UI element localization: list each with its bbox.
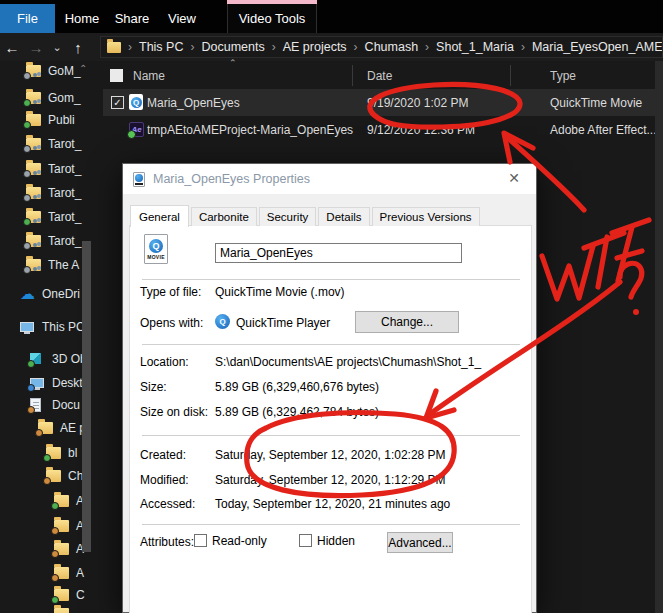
column-header-name[interactable]: Name — [133, 69, 165, 83]
sidebar-item-tarot2[interactable]: Tarot_ — [0, 159, 96, 178]
quicktime-player-icon: Q — [215, 314, 230, 329]
folder-icon — [46, 446, 62, 460]
change-button[interactable]: Change... — [355, 311, 459, 333]
file-date: 9/19/2020 1:02 PM — [367, 96, 468, 110]
history-dropdown-icon[interactable]: ⌄ — [48, 41, 66, 54]
folder-icon — [46, 469, 62, 483]
3d-objects-cube-icon — [30, 352, 46, 366]
shared-folder-icon — [26, 234, 42, 248]
shared-folder-icon — [26, 210, 42, 224]
dialog-title-bar[interactable]: Maria_OpenEyes Properties ✕ — [123, 164, 536, 194]
opens-with-value: QuickTime Player — [236, 316, 330, 330]
type-of-file-label: Type of file: — [140, 285, 201, 299]
file-list-scrollbar[interactable] — [655, 61, 663, 613]
breadcrumb-separator-icon: › — [128, 40, 132, 54]
sidebar-item-tarot1[interactable]: Tarot_ — [0, 134, 96, 153]
back-icon[interactable]: ← — [0, 39, 24, 56]
folder-icon — [54, 566, 70, 580]
tab-video-tools[interactable]: Video Tools — [227, 4, 317, 33]
folder-icon — [54, 519, 70, 533]
accessed-value: Today, September 12, 2020, 21 minutes ag… — [215, 497, 450, 511]
column-header-date[interactable]: Date — [367, 69, 392, 83]
file-row-tmp-ae-project[interactable]: Ae tmpAEtoAMEProject-Maria_OpenEyes 9/12… — [103, 116, 663, 143]
modified-value: Saturday, September 12, 2020, 1:12:29 PM — [215, 473, 446, 487]
documents-icon — [30, 398, 46, 412]
divider — [142, 524, 520, 525]
file-date: 9/12/2020 12:36 PM — [367, 123, 475, 137]
sidebar-item-a4[interactable]: A — [0, 563, 96, 582]
desktop-monitor-icon — [30, 376, 46, 390]
dialog-tab-strip: General Carbonite Security Details Previ… — [130, 205, 482, 226]
shared-folder-icon — [26, 162, 42, 176]
tab-file[interactable]: File — [0, 4, 55, 33]
folder-icon — [107, 42, 121, 53]
ribbon-tab-bar: File Home Share View Video Tools — [0, 0, 663, 33]
breadcrumb-separator-icon: › — [425, 40, 429, 54]
tab-general[interactable]: General — [130, 205, 189, 227]
breadcrumb-separator-icon: › — [354, 40, 358, 54]
sidebar-item-public[interactable]: Publi — [0, 110, 96, 129]
breadcrumb-separator-icon: › — [272, 40, 276, 54]
onedrive-cloud-icon: ☁ — [20, 287, 36, 301]
accessed-label: Accessed: — [140, 497, 195, 511]
hidden-checkbox[interactable] — [299, 534, 312, 547]
file-row-maria-openeyes[interactable]: ✓ Q Maria_OpenEyes 9/19/2020 1:02 PM Qui… — [103, 89, 663, 116]
tab-previous-versions[interactable]: Previous Versions — [372, 207, 480, 226]
location-value: S:\dan\Documents\AE projects\Chumash\Sho… — [215, 355, 481, 369]
shared-folder-icon — [26, 64, 42, 78]
breadcrumb-this-pc[interactable]: This PC — [139, 40, 183, 54]
folder-icon — [54, 542, 70, 556]
sidebar-item-partial[interactable] — [0, 604, 96, 613]
navigation-bar: ← → ⌄ ↑ › This PC › Documents › AE proje… — [0, 33, 663, 61]
read-only-label: Read-only — [212, 534, 267, 548]
read-only-checkbox[interactable] — [194, 534, 207, 547]
file-name: Maria_OpenEyes — [147, 96, 240, 110]
size-on-disk-value: 5.89 GB (6,329,462,784 bytes) — [215, 405, 379, 419]
opens-with-label: Opens with: — [140, 316, 203, 330]
tab-carbonite[interactable]: Carbonite — [191, 207, 257, 226]
breadcrumb-maria-eyesopen-ame[interactable]: Maria_EyesOpen_AME — [532, 40, 663, 54]
breadcrumb-ae-projects[interactable]: AE projects — [283, 40, 347, 54]
tab-security[interactable]: Security — [259, 207, 317, 226]
sidebar-item-c[interactable]: C — [0, 585, 96, 604]
sidebar-item-tarot3[interactable]: Tarot_ — [0, 183, 96, 202]
sidebar-item-gom2[interactable]: Gom_ — [0, 88, 96, 107]
divider — [142, 344, 520, 345]
hidden-label: Hidden — [317, 534, 355, 548]
breadcrumb-shot-1-maria[interactable]: Shot_1_Maria — [436, 40, 514, 54]
sort-ascending-icon: ⌃ — [229, 58, 237, 68]
tab-home[interactable]: Home — [58, 4, 106, 33]
close-icon[interactable]: ✕ — [504, 170, 524, 186]
address-bar[interactable]: › This PC › Documents › AE projects › Ch… — [100, 36, 663, 58]
sidebar-item-tarot4[interactable]: Tarot_ — [0, 207, 96, 226]
tab-details[interactable]: Details — [318, 207, 369, 226]
column-divider[interactable] — [510, 65, 511, 86]
shared-folder-icon — [26, 186, 42, 200]
filename-input[interactable] — [215, 243, 462, 263]
breadcrumb-separator-icon: › — [190, 40, 194, 54]
row-checkbox-checked[interactable]: ✓ — [111, 96, 124, 109]
created-value: Saturday, September 12, 2020, 1:02:28 PM — [215, 448, 446, 462]
shared-folder-icon — [26, 137, 42, 151]
folder-icon — [54, 588, 70, 602]
quicktime-file-icon — [133, 172, 145, 187]
up-icon[interactable]: ↑ — [66, 39, 90, 56]
forward-icon[interactable]: → — [24, 39, 48, 56]
column-header-type[interactable]: Type — [550, 69, 576, 83]
advanced-button[interactable]: Advanced... — [387, 532, 453, 553]
file-name: tmpAEtoAMEProject-Maria_OpenEyes — [147, 123, 353, 137]
tab-share[interactable]: Share — [106, 4, 158, 33]
attributes-label: Attributes: — [140, 535, 194, 549]
column-divider[interactable] — [352, 65, 353, 86]
type-of-file-value: QuickTime Movie (.mov) — [215, 285, 345, 299]
scroll-up-icon[interactable]: ⌃ — [79, 63, 87, 74]
column-header-row: Name ⌃ Date Type — [103, 61, 655, 89]
breadcrumb-chumash[interactable]: Chumash — [365, 40, 419, 54]
divider — [142, 279, 520, 280]
file-type: Adobe After Effect... — [550, 123, 657, 137]
sidebar-scrollbar-thumb[interactable] — [82, 241, 91, 552]
divider — [142, 435, 520, 436]
select-all-checkbox[interactable] — [110, 69, 123, 82]
tab-view[interactable]: View — [158, 4, 206, 33]
breadcrumb-documents[interactable]: Documents — [201, 40, 264, 54]
